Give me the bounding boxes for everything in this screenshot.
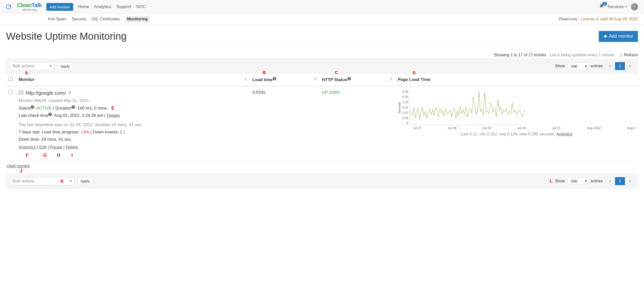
services-dropdown[interactable]: Services xyxy=(608,4,627,9)
logo[interactable]: CleanTalk Monitoring xyxy=(17,2,42,12)
tab-security[interactable]: Security xyxy=(72,16,86,22)
tab-monitoring[interactable]: Monitoring xyxy=(125,16,150,22)
avatar[interactable] xyxy=(631,3,638,10)
page-size-select[interactable]: 100 xyxy=(568,63,588,70)
analytics-link[interactable]: Analytics xyxy=(19,145,36,149)
chevron-down-icon xyxy=(49,66,52,67)
logo-subtitle: Monitoring xyxy=(22,8,36,12)
help-icon[interactable]: ? xyxy=(273,77,276,80)
downtime-text: The last downtime was on Jul 26, 2022, d… xyxy=(19,121,247,129)
tab-anti-spam[interactable]: Anti-Spam xyxy=(48,16,67,22)
monitors-table: A Monitor ⇅ B Load time? ⇅ C HTTP Status xyxy=(6,73,638,161)
top-navbar: CleanTalk Monitoring Add monitor Home An… xyxy=(0,0,644,14)
annotation-b: B xyxy=(263,70,266,75)
status-value: ACTIVE xyxy=(36,106,52,111)
add-monitor-button-main[interactable]: ✚ Add monitor xyxy=(599,31,638,42)
page-next-bottom[interactable]: » xyxy=(625,177,635,185)
help-icon[interactable]: ? xyxy=(31,105,34,109)
readonly-label: Read-only xyxy=(559,17,577,21)
logo-text-green: Clean xyxy=(17,2,31,8)
chart-yaxis: 0.30 0.25 0.20 0.15 0.10 0.05 0 xyxy=(402,90,409,125)
page-title: Website Uptime Monitoring xyxy=(6,31,127,42)
logo-icon xyxy=(6,4,11,9)
page-current[interactable]: 1 xyxy=(615,62,625,70)
pause-link[interactable]: Pause xyxy=(50,145,62,149)
product-tabs: Anti-Spam Security SSL Certificates Moni… xyxy=(48,16,150,22)
annotation-l: L xyxy=(550,178,552,184)
delete-link[interactable]: Delete xyxy=(66,145,78,149)
col-http-status[interactable]: HTTP Status xyxy=(322,77,347,82)
http-status-cell: UP 100% xyxy=(319,86,395,161)
chevron-down-icon xyxy=(625,6,627,8)
entries-label-bottom: entries xyxy=(591,179,603,183)
annotation-f: F xyxy=(26,151,28,159)
page-header: Website Uptime Monitoring ✚ Add monitor xyxy=(6,31,638,45)
plus-icon: ✚ xyxy=(603,34,607,39)
apply-button-bottom[interactable]: Apply xyxy=(77,177,93,185)
show-label-bottom: Show xyxy=(555,179,565,183)
annotation-i: I xyxy=(71,151,73,159)
help-icon[interactable]: ? xyxy=(48,113,52,116)
apply-button[interactable]: Apply xyxy=(57,62,73,70)
external-link-icon[interactable] xyxy=(68,90,71,96)
chart-caption: Last 0.11, min 0.012, avg 0.124, max 0.2… xyxy=(398,132,635,136)
col-monitor[interactable]: Monitor xyxy=(19,77,34,82)
annotation-k: K xyxy=(61,179,64,184)
pagination-bottom: « 1 » xyxy=(605,177,635,185)
page-current-bottom[interactable]: 1 xyxy=(615,177,625,185)
details-link[interactable]: Details xyxy=(107,113,120,118)
page-prev-bottom[interactable]: « xyxy=(605,177,615,185)
chart-ylabel: Seconds xyxy=(398,102,401,114)
monitor-url[interactable]: http://google.com/ xyxy=(26,90,66,96)
chart-analytics-link[interactable]: Analytics xyxy=(556,132,572,136)
license-label: License is valid till Aug 29, 2022 xyxy=(581,17,638,21)
page-next[interactable]: » xyxy=(625,62,635,70)
sort-icon: ⇅ xyxy=(244,77,247,81)
entries-label: entries xyxy=(591,64,603,68)
nav-links: Home Analytics Support NOC xyxy=(78,4,146,9)
toolbar-bottom: Bulk actions K Apply L Show 100 entries … xyxy=(6,174,638,188)
monitor-meta: Monitor #6628, created Mar 31, 2021. xyxy=(19,98,247,103)
annotation-h: H xyxy=(57,151,60,159)
annotation-g: G xyxy=(43,151,47,159)
chart-svg xyxy=(409,90,525,125)
nav-analytics[interactable]: Analytics xyxy=(94,4,111,9)
row-checkbox[interactable] xyxy=(9,90,13,94)
annotation-e: E xyxy=(111,104,114,112)
nav-support[interactable]: Support xyxy=(116,4,131,9)
col-page-load: Page Load Time xyxy=(398,77,430,82)
sort-icon: ⇅ xyxy=(390,77,393,81)
notif-badge: 2 xyxy=(602,2,607,6)
bulk-actions-select[interactable]: Bulk actions xyxy=(9,62,55,70)
sub-navbar: Anti-Spam Security SSL Certificates Moni… xyxy=(0,14,644,25)
chart: Seconds 0.30 0.25 0.20 0.15 0.10 0.05 0 xyxy=(398,90,635,136)
refresh-button[interactable]: Refresh xyxy=(619,53,638,57)
help-icon[interactable]: ? xyxy=(347,77,351,80)
chart-xaxis: Jul 27 Jul 28 Jul 29 Jul 30 Jul 31 Aug 2… xyxy=(398,126,635,130)
load-time-cell: 0.033s xyxy=(250,86,319,161)
pagination: « 1 » xyxy=(605,62,635,70)
col-load-time[interactable]: Load time xyxy=(252,77,272,82)
show-label: Show xyxy=(555,64,565,68)
bulk-actions-select-bottom[interactable]: Bulk actions K xyxy=(9,177,75,185)
edit-link[interactable]: Edit xyxy=(39,145,47,149)
sort-icon: ⇅ xyxy=(314,77,317,81)
page-size-select-bottom[interactable]: 100 xyxy=(568,177,588,185)
nav-home[interactable]: Home xyxy=(78,4,89,9)
chevron-down-icon xyxy=(69,180,72,182)
help-icon[interactable]: ? xyxy=(71,105,75,109)
notifications-button[interactable]: 2 xyxy=(599,4,604,10)
showing-text: Showing 1 to 17 of 17 entries xyxy=(494,53,546,57)
select-all-checkbox[interactable] xyxy=(9,77,13,81)
annotation-c: C xyxy=(335,70,338,75)
updating-text: List is being updated every 1 minute. xyxy=(550,53,615,57)
logo-text-blue: Talk xyxy=(31,2,42,8)
add-monitor-button[interactable]: Add monitor xyxy=(46,3,73,11)
add-monitor-link[interactable]: +Add monitor xyxy=(6,164,638,168)
nav-noc[interactable]: NOC xyxy=(136,4,146,9)
page-prev[interactable]: « xyxy=(605,62,615,70)
tab-ssl[interactable]: SSL Certificates xyxy=(91,16,120,22)
annotation-d: D xyxy=(413,71,416,76)
info-row: Showing 1 to 17 of 17 entries List is be… xyxy=(6,53,638,57)
folder-icon xyxy=(19,90,24,96)
